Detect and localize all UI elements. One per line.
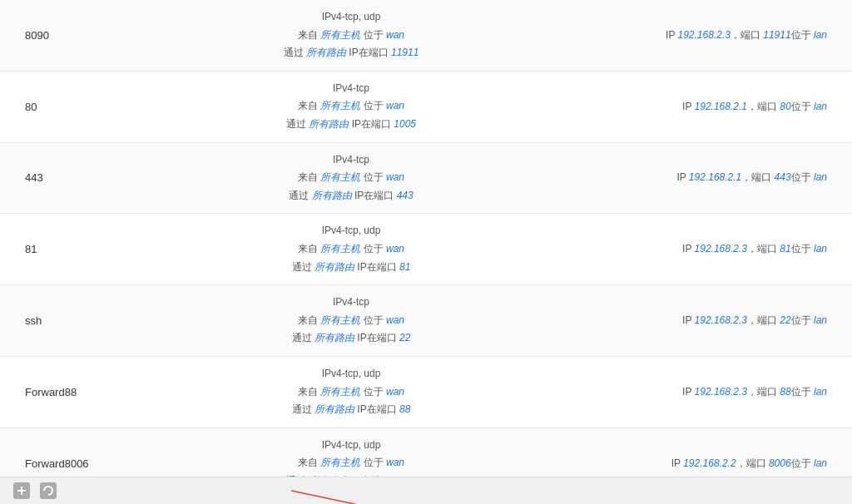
rule-target: IP 192.168.2.3，端口 11911位于 lan bbox=[544, 28, 827, 42]
target-iface[interactable]: lan bbox=[814, 314, 827, 326]
target-port[interactable]: 80 bbox=[780, 101, 790, 112]
rule-name: ssh bbox=[25, 314, 158, 327]
target-port[interactable]: 443 bbox=[775, 171, 791, 183]
via-port[interactable]: 22 bbox=[399, 332, 410, 343]
target-port[interactable]: 81 bbox=[780, 243, 790, 254]
firewall-rules-table: 8090 IPv4-tcp, udp 来自 所有主机 位于 wan 通过 所有路… bbox=[0, 0, 852, 504]
target-ip[interactable]: 192.168.2.2 bbox=[683, 457, 736, 469]
from-iface[interactable]: wan bbox=[386, 29, 404, 41]
target-iface[interactable]: lan bbox=[814, 243, 827, 254]
rule-name: 443 bbox=[25, 171, 158, 184]
rule-detail: IPv4-tcp 来自 所有主机 位于 wan 通过 所有路由 IP在端口 22 bbox=[158, 294, 544, 348]
refresh-icon[interactable] bbox=[40, 482, 57, 499]
table-row: 443 IPv4-tcp 来自 所有主机 位于 wan 通过 所有路由 IP在端… bbox=[0, 143, 852, 215]
target-ip[interactable]: 192.168.2.3 bbox=[695, 243, 747, 254]
table-row: ssh IPv4-tcp 来自 所有主机 位于 wan 通过 所有路由 IP在端… bbox=[0, 285, 852, 357]
from-iface[interactable]: wan bbox=[386, 457, 404, 468]
via-route[interactable]: 所有路由 bbox=[312, 190, 352, 201]
rule-detail: IPv4-tcp, udp 来自 所有主机 位于 wan 通过 所有路由 IP在… bbox=[158, 365, 544, 419]
via-route[interactable]: 所有路由 bbox=[309, 118, 349, 130]
via-port[interactable]: 1005 bbox=[394, 118, 416, 130]
rule-name: 80 bbox=[25, 101, 158, 113]
from-host[interactable]: 所有主机 bbox=[320, 171, 360, 183]
from-iface[interactable]: wan bbox=[386, 171, 404, 183]
via-port[interactable]: 81 bbox=[399, 261, 410, 273]
target-iface[interactable]: lan bbox=[814, 386, 827, 398]
rule-detail: IPv4-tcp 来自 所有主机 位于 wan 通过 所有路由 IP在端口 44… bbox=[158, 151, 544, 205]
rule-name: Forward88 bbox=[25, 386, 158, 398]
via-port[interactable]: 88 bbox=[399, 403, 410, 415]
table-row: 81 IPv4-tcp, udp 来自 所有主机 位于 wan 通过 所有路由 … bbox=[0, 214, 852, 285]
target-ip[interactable]: 192.168.2.1 bbox=[689, 171, 741, 183]
from-iface[interactable]: wan bbox=[386, 100, 404, 111]
via-port[interactable]: 443 bbox=[397, 190, 414, 201]
from-host[interactable]: 所有主机 bbox=[320, 243, 360, 254]
from-host[interactable]: 所有主机 bbox=[320, 457, 360, 468]
target-ip[interactable]: 192.168.2.3 bbox=[695, 314, 747, 326]
from-host[interactable]: 所有主机 bbox=[320, 29, 360, 41]
from-host[interactable]: 所有主机 bbox=[320, 100, 360, 111]
rule-target: IP 192.168.2.3，端口 81位于 lan bbox=[544, 242, 827, 256]
rule-target: IP 192.168.2.1，端口 80位于 lan bbox=[544, 100, 827, 114]
rule-detail: IPv4-tcp, udp 来自 所有主机 位于 wan 通过 所有路由 IP在… bbox=[158, 222, 544, 276]
target-port[interactable]: 8006 bbox=[769, 457, 791, 469]
from-host[interactable]: 所有主机 bbox=[320, 386, 360, 398]
via-route[interactable]: 所有路由 bbox=[315, 332, 354, 343]
rule-target: IP 192.168.2.3，端口 22位于 lan bbox=[544, 314, 827, 328]
from-iface[interactable]: wan bbox=[386, 314, 404, 326]
target-iface[interactable]: lan bbox=[814, 171, 827, 183]
target-iface[interactable]: lan bbox=[814, 101, 827, 112]
target-ip[interactable]: 192.168.2.1 bbox=[695, 101, 747, 112]
via-port[interactable]: 11911 bbox=[391, 47, 419, 58]
from-host[interactable]: 所有主机 bbox=[320, 314, 360, 326]
from-iface[interactable]: wan bbox=[386, 243, 404, 254]
target-port[interactable]: 11911 bbox=[763, 29, 790, 41]
rule-name: Forward8006 bbox=[25, 457, 158, 470]
target-port[interactable]: 88 bbox=[780, 386, 790, 398]
via-route[interactable]: 所有路由 bbox=[315, 261, 354, 273]
bottom-toolbar bbox=[0, 477, 852, 504]
rule-detail: IPv4-tcp, udp 来自 所有主机 位于 wan 通过 所有路由 IP在… bbox=[158, 8, 544, 62]
target-port[interactable]: 22 bbox=[780, 314, 790, 326]
rule-target: IP 192.168.2.1，端口 443位于 lan bbox=[544, 170, 827, 185]
table-row: 8090 IPv4-tcp, udp 来自 所有主机 位于 wan 通过 所有路… bbox=[0, 0, 852, 72]
via-route[interactable]: 所有路由 bbox=[315, 403, 354, 415]
via-route[interactable]: 所有路由 bbox=[306, 47, 346, 58]
rule-name: 8090 bbox=[25, 29, 158, 42]
table-row: Forward88 IPv4-tcp, udp 来自 所有主机 位于 wan 通… bbox=[0, 357, 852, 428]
rule-target: IP 192.168.2.3，端口 88位于 lan bbox=[544, 385, 827, 399]
rule-detail: IPv4-tcp 来自 所有主机 位于 wan 通过 所有路由 IP在端口 10… bbox=[158, 80, 544, 134]
add-icon[interactable] bbox=[13, 482, 30, 499]
target-ip[interactable]: 192.168.2.3 bbox=[695, 386, 747, 398]
rule-name: 81 bbox=[25, 243, 158, 255]
table-row: 80 IPv4-tcp 来自 所有主机 位于 wan 通过 所有路由 IP在端口… bbox=[0, 72, 852, 143]
rule-target: IP 192.168.2.2，端口 8006位于 lan bbox=[544, 457, 827, 471]
target-iface[interactable]: lan bbox=[814, 29, 827, 41]
target-iface[interactable]: lan bbox=[814, 457, 827, 469]
from-iface[interactable]: wan bbox=[386, 386, 404, 398]
target-ip[interactable]: 192.168.2.3 bbox=[678, 29, 731, 41]
